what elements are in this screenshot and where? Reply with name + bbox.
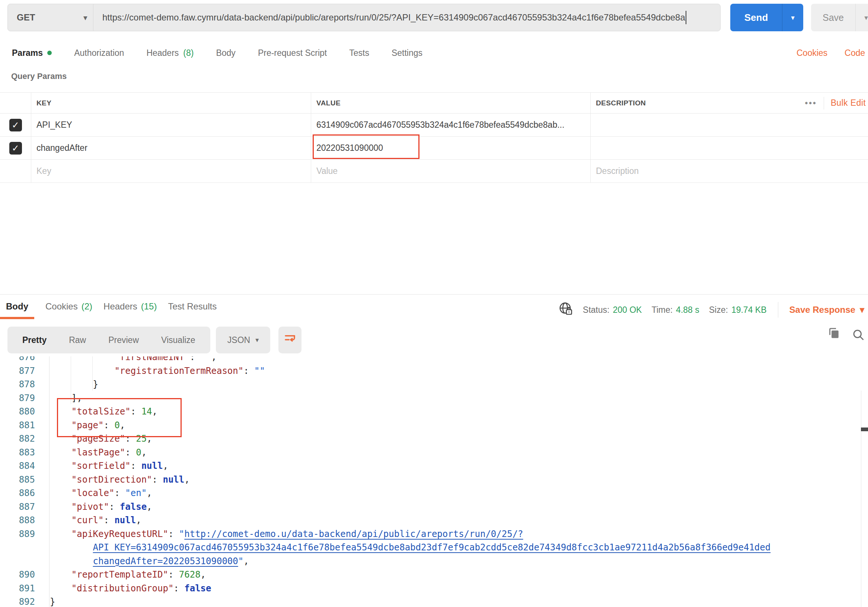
code-token: 14	[141, 406, 152, 417]
scrollbar-thumb[interactable]	[861, 427, 868, 431]
response-link[interactable]: API_KEY=6314909c067acd467055953b324a4c1f…	[93, 542, 771, 553]
code-text: "lastPage": 0,	[50, 446, 868, 460]
response-tabs: BodyCookies(2)Headers(15)Test Results	[0, 299, 217, 319]
method-select[interactable]: GET ▾	[8, 4, 93, 31]
response-link[interactable]: changedAfter=20220531090000	[93, 556, 238, 567]
response-tab-cookies[interactable]: Cookies(2)	[45, 299, 92, 319]
tab-settings[interactable]: Settings	[392, 48, 422, 58]
code-token: :	[104, 515, 115, 525]
code-token	[50, 406, 71, 417]
code-token: "page"	[71, 420, 104, 430]
code-line: 891 "distributionGroup": false	[0, 582, 868, 595]
param-checkbox[interactable]: ✓	[9, 142, 22, 155]
save-response-button[interactable]: Save Response ▾	[789, 304, 864, 315]
view-tab-raw[interactable]: Raw	[58, 335, 97, 345]
param-checkbox[interactable]: ✓	[9, 119, 22, 132]
code-token: ,	[141, 447, 147, 458]
tab-headers[interactable]: Headers(8)	[146, 48, 194, 58]
code-line: 883 "lastPage": 0,	[0, 446, 868, 460]
code-text: "pageSize": 25,	[50, 432, 868, 446]
code-text: "page": 0,	[50, 419, 868, 432]
response-tab-headers[interactable]: Headers(15)	[104, 299, 157, 319]
code-text: "apiKeyRequestURL": "http://comet-demo.u…	[50, 527, 868, 541]
param-key[interactable]: API_KEY	[31, 113, 311, 136]
line-number: 885	[0, 473, 50, 487]
copy-button[interactable]	[827, 327, 840, 342]
code-text: "totalSize": 14,	[50, 405, 868, 419]
code-token	[50, 501, 71, 512]
line-number: 887	[0, 500, 50, 514]
format-select[interactable]: JSON ▾	[216, 327, 270, 353]
code-token: ,	[211, 356, 217, 362]
scrollbar-track[interactable]	[861, 391, 868, 607]
code-line: 887 "pivot": false,	[0, 500, 868, 514]
response-body-viewer[interactable]: 876 "firstNameINT": "",877 "registration…	[0, 356, 868, 607]
param-value[interactable]: 6314909c067acd467055953b324a4c1f6e78befe…	[311, 113, 591, 136]
code-token: ],	[50, 393, 82, 403]
checkbox-cell: ✓	[0, 113, 31, 136]
tab-count: (2)	[82, 301, 92, 314]
code-token: ,	[243, 556, 249, 567]
save-button[interactable]: Save ▾	[811, 4, 868, 31]
line-number: 881	[0, 419, 50, 432]
url-input[interactable]: https://comet-demo.faw.cymru/data-backen…	[93, 11, 720, 24]
cookies-link[interactable]: Cookies	[797, 48, 828, 58]
tab-pre-request-script[interactable]: Pre-request Script	[258, 48, 327, 58]
response-link[interactable]: http://comet-demo.u/data-backend/api/pub…	[184, 529, 523, 539]
code-line: 885 "sortDirection": null,	[0, 473, 868, 487]
line-number: 884	[0, 459, 50, 473]
code-text: "sortDirection": null,	[50, 473, 868, 487]
code-line: 878 }	[0, 377, 868, 391]
response-tab-body[interactable]: Body	[0, 299, 34, 319]
more-options-icon[interactable]: •••	[805, 98, 817, 108]
view-tab-visualize[interactable]: Visualize	[150, 335, 206, 345]
tab-authorization[interactable]: Authorization	[74, 48, 124, 58]
param-description-input[interactable]: Description	[591, 160, 868, 182]
divider	[824, 97, 824, 109]
indent-guide	[92, 356, 93, 391]
request-url-bar: GET ▾ https://comet-demo.faw.cymru/data-…	[8, 4, 721, 31]
code-token: ,	[201, 570, 206, 580]
send-button[interactable]: Send ▾	[730, 4, 803, 31]
param-value-input[interactable]: Value	[311, 160, 591, 182]
tab-label: Test Results	[168, 301, 217, 314]
line-number: 879	[0, 391, 50, 405]
bulk-edit-link[interactable]: Bulk Edit	[831, 98, 866, 108]
code-token: ""	[201, 356, 211, 362]
size-indicator: Size:19.74 KB	[709, 305, 767, 315]
tab-body[interactable]: Body	[216, 48, 235, 58]
params-rows: ✓API_KEY6314909c067acd467055953b324a4c1f…	[0, 113, 868, 160]
code-line: 879 ],	[0, 391, 868, 405]
code-link[interactable]: Code	[845, 48, 865, 58]
response-tab-test-results[interactable]: Test Results	[168, 299, 217, 319]
code-token	[50, 515, 71, 525]
code-token: ,	[152, 406, 157, 417]
param-description[interactable]	[591, 137, 868, 159]
chevron-down-icon: ▾	[84, 13, 87, 22]
code-token	[50, 570, 71, 580]
param-value[interactable]: 20220531090000	[311, 137, 591, 159]
param-description[interactable]	[591, 113, 868, 136]
param-key[interactable]: changedAfter	[31, 137, 311, 159]
code-token: 0	[114, 420, 119, 430]
request-links: CookiesCode	[797, 44, 865, 62]
view-tab-pretty[interactable]: Pretty	[11, 335, 58, 345]
code-token: }	[50, 596, 55, 607]
code-token: false	[184, 583, 211, 594]
send-dropdown-caret[interactable]: ▾	[783, 13, 803, 22]
wrap-text-button[interactable]	[278, 327, 301, 353]
column-header-key: KEY	[31, 93, 311, 113]
code-line: 881 "page": 0,	[0, 419, 868, 432]
tab-params[interactable]: Params	[12, 48, 52, 58]
view-tab-preview[interactable]: Preview	[97, 335, 150, 345]
unsaved-dot	[47, 51, 52, 55]
param-key-input[interactable]: Key	[31, 160, 311, 182]
save-dropdown-caret[interactable]: ▾	[856, 13, 868, 22]
tab-label: Settings	[392, 48, 422, 58]
tab-tests[interactable]: Tests	[349, 48, 369, 58]
tab-label: Cookies	[45, 301, 78, 314]
code-token	[50, 529, 71, 539]
code-token: "pivot"	[71, 501, 109, 512]
search-icon[interactable]	[852, 328, 865, 343]
tab-label: Params	[12, 48, 43, 58]
